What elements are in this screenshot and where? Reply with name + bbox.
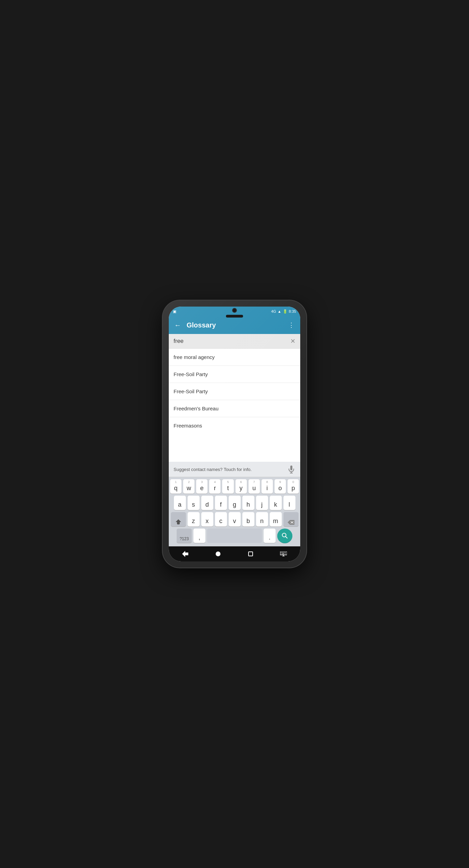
- key-h[interactable]: h: [242, 496, 254, 510]
- key-f[interactable]: f: [215, 496, 227, 510]
- svg-rect-12: [281, 552, 281, 553]
- key-l[interactable]: l: [283, 496, 295, 510]
- key-v[interactable]: v: [229, 512, 241, 526]
- suggestion-text: Suggest contact names? Touch for info.: [174, 467, 287, 472]
- nav-recents-button[interactable]: [248, 551, 253, 557]
- key-y[interactable]: 6y: [236, 479, 247, 494]
- key-row-2: a s d f g h j k l: [170, 496, 299, 510]
- back-button[interactable]: ←: [174, 321, 181, 329]
- result-text: Free-Soil Party: [174, 388, 208, 394]
- result-text: Freemasons: [174, 423, 202, 429]
- phone-frame: ▣ 4G ▲ 🔋 8:35 ← Glossary ⋮ ✕ free moral …: [163, 300, 306, 568]
- result-text: Free-Soil Party: [174, 371, 208, 377]
- numeric-key[interactable]: ?123: [177, 529, 192, 543]
- svg-rect-13: [282, 552, 283, 553]
- key-i[interactable]: 8i: [262, 479, 273, 494]
- phone-screen: ▣ 4G ▲ 🔋 8:35 ← Glossary ⋮ ✕ free moral …: [169, 307, 300, 561]
- key-x[interactable]: x: [201, 512, 213, 526]
- key-u[interactable]: 7u: [249, 479, 260, 494]
- keyboard: Suggest contact names? Touch for info. 1…: [169, 462, 300, 546]
- key-z[interactable]: z: [188, 512, 200, 526]
- key-s[interactable]: s: [188, 496, 200, 510]
- svg-point-9: [216, 551, 220, 556]
- key-row-3: z x c v b n m: [170, 512, 299, 526]
- key-a[interactable]: a: [174, 496, 186, 510]
- sim-icon: ▣: [173, 309, 176, 314]
- key-q[interactable]: 1q: [170, 479, 181, 494]
- phone-camera: [232, 308, 237, 313]
- comma-key[interactable]: ,: [193, 529, 205, 543]
- time: 8:35: [289, 309, 296, 313]
- signal-bars: ▲: [278, 309, 281, 313]
- signal-indicator: 4G: [271, 309, 276, 313]
- list-item[interactable]: free moral agency: [169, 349, 300, 366]
- key-r[interactable]: 4r: [209, 479, 220, 494]
- svg-marker-2: [176, 519, 181, 524]
- key-c[interactable]: c: [215, 512, 227, 526]
- nav-back-button[interactable]: [182, 551, 188, 557]
- nav-keyboard-button[interactable]: [280, 551, 287, 556]
- key-k[interactable]: k: [270, 496, 282, 510]
- key-t[interactable]: 5t: [222, 479, 233, 494]
- key-row-1: 1q 2w 3e 4r 5t 6y 7u 8i 9o 0p: [170, 479, 299, 494]
- result-text: Freedmen's Bureau: [174, 406, 218, 411]
- list-item[interactable]: Freemasons: [169, 417, 300, 431]
- key-w[interactable]: 2w: [183, 479, 194, 494]
- key-row-4: ?123 , .: [170, 529, 299, 543]
- app-title: Glossary: [187, 321, 288, 329]
- list-item[interactable]: Free-Soil Party: [169, 366, 300, 383]
- search-key[interactable]: [277, 529, 292, 543]
- svg-rect-14: [283, 552, 284, 553]
- svg-rect-10: [249, 552, 253, 556]
- list-item[interactable]: Freedmen's Bureau: [169, 400, 300, 417]
- keyboard-rows: 1q 2w 3e 4r 5t 6y 7u 8i 9o 0p a s d f: [169, 477, 300, 546]
- svg-marker-19: [282, 555, 285, 556]
- delete-key[interactable]: [283, 512, 299, 526]
- key-o[interactable]: 9o: [275, 479, 286, 494]
- nav-bar: [169, 546, 300, 561]
- key-d[interactable]: d: [201, 496, 213, 510]
- list-item[interactable]: Free-Soil Party: [169, 383, 300, 400]
- search-input[interactable]: [174, 338, 290, 345]
- search-bar: ✕: [169, 334, 300, 349]
- overflow-menu-button[interactable]: ⋮: [288, 321, 295, 329]
- space-key[interactable]: [207, 529, 262, 543]
- svg-rect-16: [281, 554, 281, 554]
- svg-rect-3: [177, 524, 179, 524]
- key-m[interactable]: m: [270, 512, 282, 526]
- clear-search-button[interactable]: ✕: [290, 337, 295, 345]
- battery-icon: 🔋: [283, 309, 288, 314]
- svg-marker-8: [182, 551, 188, 557]
- svg-rect-15: [285, 552, 286, 553]
- key-g[interactable]: g: [229, 496, 241, 510]
- key-b[interactable]: b: [242, 512, 254, 526]
- mic-icon[interactable]: [287, 465, 295, 473]
- results-list: free moral agency Free-Soil Party Free-S…: [169, 349, 300, 462]
- key-e[interactable]: 3e: [196, 479, 207, 494]
- suggestion-bar[interactable]: Suggest contact names? Touch for info.: [169, 462, 300, 477]
- svg-rect-17: [282, 554, 284, 554]
- status-icons: 4G ▲ 🔋 8:35: [271, 309, 296, 314]
- nav-home-button[interactable]: [215, 551, 221, 557]
- phone-speaker: [226, 315, 243, 318]
- key-j[interactable]: j: [256, 496, 268, 510]
- shift-key[interactable]: [171, 512, 186, 526]
- app-bar: ← Glossary ⋮: [169, 316, 300, 334]
- svg-rect-11: [280, 551, 287, 555]
- period-key[interactable]: .: [264, 529, 276, 543]
- key-n[interactable]: n: [256, 512, 268, 526]
- svg-rect-18: [285, 554, 286, 554]
- result-text: free moral agency: [174, 354, 215, 360]
- svg-line-7: [286, 536, 287, 538]
- key-p[interactable]: 0p: [288, 479, 299, 494]
